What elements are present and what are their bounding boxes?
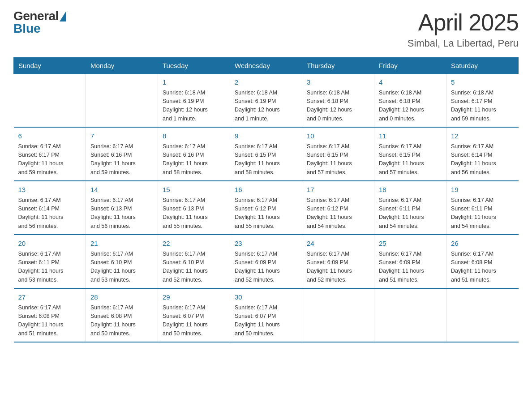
day-info: Sunrise: 6:18 AM Sunset: 6:18 PM Dayligh…: [307, 89, 369, 124]
day-info: Sunrise: 6:17 AM Sunset: 6:12 PM Dayligh…: [307, 196, 369, 231]
day-info: Sunrise: 6:18 AM Sunset: 6:19 PM Dayligh…: [235, 89, 297, 124]
day-info: Sunrise: 6:17 AM Sunset: 6:11 PM Dayligh…: [451, 196, 514, 231]
day-info: Sunrise: 6:17 AM Sunset: 6:13 PM Dayligh…: [163, 196, 225, 231]
calendar-cell: 25Sunrise: 6:17 AM Sunset: 6:09 PM Dayli…: [374, 235, 446, 288]
calendar-cell: 21Sunrise: 6:17 AM Sunset: 6:10 PM Dayli…: [86, 235, 158, 288]
day-number: 29: [163, 292, 225, 303]
calendar-cell: 9Sunrise: 6:17 AM Sunset: 6:15 PM Daylig…: [230, 127, 302, 181]
day-number: 24: [307, 239, 369, 249]
calendar-cell: 19Sunrise: 6:17 AM Sunset: 6:11 PM Dayli…: [446, 181, 519, 235]
header-wednesday: Wednesday: [230, 58, 302, 74]
day-info: Sunrise: 6:17 AM Sunset: 6:11 PM Dayligh…: [18, 250, 82, 285]
calendar-cell: 4Sunrise: 6:18 AM Sunset: 6:18 PM Daylig…: [374, 74, 446, 128]
calendar-cell: [86, 74, 158, 128]
day-number: 23: [235, 239, 297, 249]
day-number: 28: [90, 292, 153, 303]
day-info: Sunrise: 6:18 AM Sunset: 6:18 PM Dayligh…: [379, 89, 442, 124]
day-number: 11: [379, 131, 442, 141]
day-info: Sunrise: 6:17 AM Sunset: 6:14 PM Dayligh…: [451, 142, 514, 177]
calendar-cell: 18Sunrise: 6:17 AM Sunset: 6:11 PM Dayli…: [374, 181, 446, 235]
calendar-cell: 13Sunrise: 6:17 AM Sunset: 6:14 PM Dayli…: [14, 181, 86, 235]
day-number: 2: [235, 77, 297, 88]
calendar-cell: [446, 288, 519, 342]
calendar-table: SundayMondayTuesdayWednesdayThursdayFrid…: [13, 57, 519, 342]
calendar-cell: [374, 288, 446, 342]
day-info: Sunrise: 6:17 AM Sunset: 6:14 PM Dayligh…: [18, 196, 82, 231]
calendar-cell: 6Sunrise: 6:17 AM Sunset: 6:17 PM Daylig…: [14, 127, 86, 181]
calendar-cell: 17Sunrise: 6:17 AM Sunset: 6:12 PM Dayli…: [302, 181, 374, 235]
day-info: Sunrise: 6:17 AM Sunset: 6:08 PM Dayligh…: [451, 250, 514, 285]
calendar-cell: 22Sunrise: 6:17 AM Sunset: 6:10 PM Dayli…: [158, 235, 230, 288]
day-info: Sunrise: 6:17 AM Sunset: 6:07 PM Dayligh…: [235, 304, 297, 338]
calendar-cell: 11Sunrise: 6:17 AM Sunset: 6:15 PM Dayli…: [374, 127, 446, 181]
header-saturday: Saturday: [446, 58, 519, 74]
calendar-cell: 29Sunrise: 6:17 AM Sunset: 6:07 PM Dayli…: [158, 288, 230, 342]
day-number: 27: [18, 292, 82, 303]
day-number: 16: [235, 185, 297, 195]
day-info: Sunrise: 6:17 AM Sunset: 6:07 PM Dayligh…: [163, 304, 225, 338]
calendar-cell: 3Sunrise: 6:18 AM Sunset: 6:18 PM Daylig…: [302, 74, 374, 128]
day-number: 17: [307, 185, 369, 195]
day-number: 13: [18, 185, 82, 195]
day-number: 3: [307, 77, 369, 88]
day-number: 4: [379, 77, 442, 88]
calendar-cell: 1Sunrise: 6:18 AM Sunset: 6:19 PM Daylig…: [158, 74, 230, 128]
day-number: 15: [163, 185, 225, 195]
day-info: Sunrise: 6:17 AM Sunset: 6:13 PM Dayligh…: [90, 196, 153, 231]
day-number: 18: [379, 185, 442, 195]
calendar-cell: 16Sunrise: 6:17 AM Sunset: 6:12 PM Dayli…: [230, 181, 302, 235]
calendar-week-3: 13Sunrise: 6:17 AM Sunset: 6:14 PM Dayli…: [14, 181, 519, 235]
day-info: Sunrise: 6:17 AM Sunset: 6:10 PM Dayligh…: [90, 250, 153, 285]
calendar-week-5: 27Sunrise: 6:17 AM Sunset: 6:08 PM Dayli…: [14, 288, 519, 342]
day-number: 5: [451, 77, 514, 88]
header-tuesday: Tuesday: [158, 58, 230, 74]
header-friday: Friday: [374, 58, 446, 74]
day-info: Sunrise: 6:17 AM Sunset: 6:10 PM Dayligh…: [163, 250, 225, 285]
day-info: Sunrise: 6:17 AM Sunset: 6:12 PM Dayligh…: [235, 196, 297, 231]
calendar-cell: 5Sunrise: 6:18 AM Sunset: 6:17 PM Daylig…: [446, 74, 519, 128]
day-number: 30: [235, 292, 297, 303]
calendar-header-row: SundayMondayTuesdayWednesdayThursdayFrid…: [14, 58, 519, 74]
day-number: 14: [90, 185, 153, 195]
day-info: Sunrise: 6:17 AM Sunset: 6:09 PM Dayligh…: [235, 250, 297, 285]
calendar-cell: 23Sunrise: 6:17 AM Sunset: 6:09 PM Dayli…: [230, 235, 302, 288]
day-info: Sunrise: 6:17 AM Sunset: 6:15 PM Dayligh…: [235, 142, 297, 177]
day-info: Sunrise: 6:17 AM Sunset: 6:11 PM Dayligh…: [379, 196, 442, 231]
page-header: General Blue April 2025 Simbal, La Liber…: [13, 9, 519, 49]
header-sunday: Sunday: [14, 58, 86, 74]
day-number: 25: [379, 239, 442, 249]
calendar-week-2: 6Sunrise: 6:17 AM Sunset: 6:17 PM Daylig…: [14, 127, 519, 181]
day-number: 26: [451, 239, 514, 249]
calendar-cell: [302, 288, 374, 342]
day-number: 1: [163, 77, 225, 88]
day-number: 6: [18, 131, 82, 141]
day-info: Sunrise: 6:17 AM Sunset: 6:15 PM Dayligh…: [379, 142, 442, 177]
calendar-cell: 7Sunrise: 6:17 AM Sunset: 6:16 PM Daylig…: [86, 127, 158, 181]
day-info: Sunrise: 6:18 AM Sunset: 6:19 PM Dayligh…: [163, 89, 225, 124]
day-info: Sunrise: 6:18 AM Sunset: 6:17 PM Dayligh…: [451, 89, 514, 124]
calendar-cell: 30Sunrise: 6:17 AM Sunset: 6:07 PM Dayli…: [230, 288, 302, 342]
day-info: Sunrise: 6:17 AM Sunset: 6:08 PM Dayligh…: [90, 304, 153, 338]
calendar-cell: 15Sunrise: 6:17 AM Sunset: 6:13 PM Dayli…: [158, 181, 230, 235]
calendar-cell: 28Sunrise: 6:17 AM Sunset: 6:08 PM Dayli…: [86, 288, 158, 342]
calendar-cell: 14Sunrise: 6:17 AM Sunset: 6:13 PM Dayli…: [86, 181, 158, 235]
logo: General Blue: [13, 9, 66, 36]
day-info: Sunrise: 6:17 AM Sunset: 6:09 PM Dayligh…: [379, 250, 442, 285]
day-info: Sunrise: 6:17 AM Sunset: 6:08 PM Dayligh…: [18, 304, 82, 338]
day-number: 20: [18, 239, 82, 249]
day-number: 10: [307, 131, 369, 141]
title-section: April 2025 Simbal, La Libertad, Peru: [408, 9, 519, 49]
calendar-cell: 2Sunrise: 6:18 AM Sunset: 6:19 PM Daylig…: [230, 74, 302, 128]
day-number: 8: [163, 131, 225, 141]
calendar-location: Simbal, La Libertad, Peru: [408, 38, 519, 49]
day-number: 19: [451, 185, 514, 195]
day-number: 9: [235, 131, 297, 141]
header-thursday: Thursday: [302, 58, 374, 74]
day-number: 22: [163, 239, 225, 249]
calendar-cell: 27Sunrise: 6:17 AM Sunset: 6:08 PM Dayli…: [14, 288, 86, 342]
calendar-title: April 2025: [408, 9, 519, 36]
day-info: Sunrise: 6:17 AM Sunset: 6:09 PM Dayligh…: [307, 250, 369, 285]
calendar-cell: 8Sunrise: 6:17 AM Sunset: 6:16 PM Daylig…: [158, 127, 230, 181]
day-number: 12: [451, 131, 514, 141]
day-info: Sunrise: 6:17 AM Sunset: 6:17 PM Dayligh…: [18, 142, 82, 177]
